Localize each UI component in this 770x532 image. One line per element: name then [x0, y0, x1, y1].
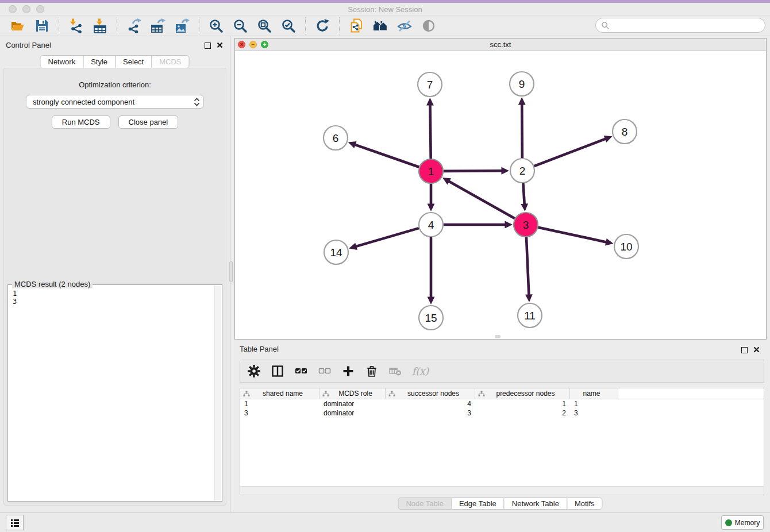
toolbar-separator [59, 17, 59, 34]
float-panel-icon[interactable] [205, 43, 211, 49]
edge-3-10[interactable] [538, 228, 607, 242]
edge-4-14[interactable] [355, 228, 419, 246]
network-graph[interactable]: 1234678910111415 [235, 52, 766, 339]
zoom-out-icon[interactable] [232, 17, 249, 34]
graph-node-15[interactable]: 15 [419, 306, 443, 330]
table-cell[interactable]: dominator [319, 399, 386, 408]
network-canvas[interactable]: 1234678910111415 [235, 52, 766, 339]
column-header-shared-name[interactable]: shared name [240, 388, 319, 399]
table-cell[interactable]: 3 [570, 408, 618, 418]
eye-slash-icon[interactable] [396, 17, 413, 34]
shared-column-icon [322, 391, 329, 397]
graph-node-8[interactable]: 8 [613, 119, 637, 144]
memory-status-dot [725, 519, 732, 526]
import-table-icon[interactable] [91, 17, 109, 34]
graph-node-14[interactable]: 14 [324, 240, 348, 264]
graph-node-4[interactable]: 4 [419, 213, 443, 237]
edge-1-7[interactable] [430, 103, 430, 159]
tab-edge-table[interactable]: Edge Table [451, 498, 505, 510]
svg-text:11: 11 [524, 310, 536, 322]
close-panel-icon[interactable] [217, 40, 223, 51]
tab-network-table[interactable]: Network Table [504, 498, 567, 510]
criterion-select[interactable]: strongly connected component [26, 95, 204, 109]
zoom-in-icon[interactable] [207, 17, 225, 34]
table-cell[interactable]: 2 [475, 408, 570, 418]
graph-node-7[interactable]: 7 [418, 72, 442, 97]
edge-arrowhead-icon [426, 98, 434, 106]
import-network-icon[interactable] [67, 17, 84, 34]
edge-2-9[interactable] [522, 103, 522, 158]
graph-node-3[interactable]: 3 [514, 213, 538, 237]
float-panel-icon[interactable] [741, 347, 748, 353]
edge-3-1[interactable] [448, 180, 515, 218]
tab-network[interactable]: Network [40, 55, 83, 68]
export-network-icon[interactable] [125, 17, 143, 34]
network-window-titlebar[interactable]: × − + scc.txt [235, 38, 766, 51]
table-panel: Table Panel f(x) shared nameMCDS rolesuc… [234, 342, 767, 509]
column-header-predecessor-nodes[interactable]: predecessor nodes [475, 388, 570, 399]
graph-node-9[interactable]: 9 [510, 72, 534, 96]
column-header-label: predecessor nodes [486, 390, 569, 398]
trash-icon[interactable] [365, 364, 379, 378]
table-row[interactable]: 1dominator411 [240, 399, 764, 408]
tab-motifs[interactable]: Motifs [567, 498, 603, 510]
edge-1-6[interactable] [354, 144, 419, 167]
search-field[interactable] [595, 18, 765, 33]
status-bar: Memory [0, 512, 770, 532]
export-table-icon[interactable] [149, 17, 167, 34]
memory-button[interactable]: Memory [721, 515, 764, 530]
zoom-selected-icon[interactable] [280, 17, 297, 34]
table-cell[interactable]: dominator [319, 408, 386, 418]
svg-text:7: 7 [427, 79, 433, 91]
table-cell[interactable]: 3 [386, 408, 475, 418]
duplicate-network-icon[interactable] [348, 17, 365, 34]
houses-icon[interactable] [372, 17, 389, 34]
table-cell[interactable]: 1 [570, 399, 618, 408]
refresh-icon[interactable] [314, 17, 331, 34]
graph-node-6[interactable]: 6 [324, 126, 348, 150]
table-cell[interactable]: 1 [240, 399, 319, 408]
graph-node-10[interactable]: 10 [614, 234, 638, 259]
select-all-checkboxes-icon[interactable] [294, 364, 308, 378]
graph-node-11[interactable]: 11 [518, 303, 542, 327]
shared-column-icon [388, 391, 395, 397]
edge-2-3[interactable] [523, 183, 524, 206]
edge-2-8[interactable] [534, 138, 607, 166]
search-input[interactable] [613, 21, 765, 30]
task-history-button[interactable] [6, 515, 24, 530]
table-header-row: shared nameMCDS rolesuccessor nodesprede… [240, 388, 764, 399]
graph-node-1[interactable]: 1 [419, 159, 443, 183]
open-folder-icon[interactable] [9, 17, 26, 34]
graph-node-2[interactable]: 2 [510, 159, 534, 183]
column-header-successor-nodes[interactable]: successor nodes [386, 388, 475, 399]
table-cell[interactable]: 3 [240, 408, 319, 418]
table-horizontal-scrollbar[interactable] [240, 486, 764, 495]
plus-icon[interactable] [341, 364, 355, 378]
tab-node-table[interactable]: Node Table [398, 498, 452, 510]
tab-select[interactable]: Select [115, 55, 152, 68]
close-panel-icon[interactable] [753, 345, 760, 355]
mcds-result-text[interactable]: 1 3 [9, 287, 214, 500]
tab-mcds[interactable]: MCDS [151, 55, 189, 68]
edge-1-2[interactable] [444, 171, 503, 171]
columns-icon[interactable] [271, 364, 284, 378]
column-header-name[interactable]: name [570, 388, 618, 399]
table-cell[interactable]: 4 [386, 399, 475, 408]
table-row[interactable]: 3dominator323 [240, 408, 764, 418]
deselect-all-checkboxes-icon[interactable] [318, 364, 332, 378]
tab-style[interactable]: Style [83, 55, 116, 68]
save-icon[interactable] [33, 17, 51, 34]
export-image-icon[interactable] [174, 17, 191, 34]
zoom-fit-icon[interactable] [256, 17, 273, 34]
table-cell[interactable]: 1 [475, 399, 570, 408]
gear-icon[interactable] [247, 364, 261, 378]
canvas-scroll-handle[interactable] [495, 335, 500, 338]
close-panel-button[interactable]: Close panel [118, 115, 179, 129]
column-header-MCDS-role[interactable]: MCDS role [319, 388, 386, 399]
panel-splitter-handle[interactable] [229, 261, 233, 282]
edge-arrowhead-icon [521, 203, 528, 211]
eye-icon[interactable] [420, 17, 437, 34]
run-mcds-button[interactable]: Run MCDS [52, 115, 110, 129]
edge-3-11[interactable] [526, 237, 529, 296]
result-scrollbar[interactable] [214, 286, 221, 500]
